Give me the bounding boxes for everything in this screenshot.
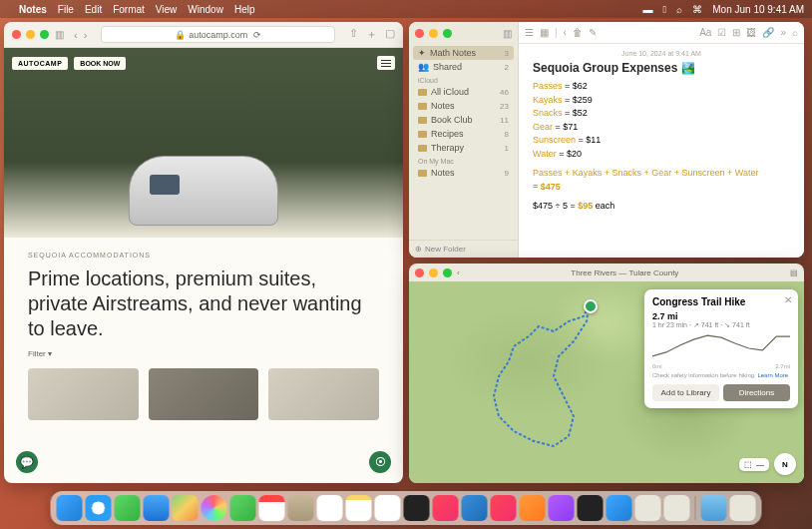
folder-shared[interactable]: 👥 Shared 2 xyxy=(413,60,514,74)
dock-trash[interactable] xyxy=(730,495,756,521)
dock-podcasts[interactable] xyxy=(549,495,575,521)
grid-view-icon[interactable]: ▦ xyxy=(540,27,549,38)
dock-finder[interactable] xyxy=(57,495,83,521)
dock-reminders[interactable] xyxy=(317,495,343,521)
url-bar[interactable]: 🔒 autocamp.com ⟳ xyxy=(101,26,335,43)
zoom-button[interactable] xyxy=(40,30,49,39)
dock-music[interactable] xyxy=(433,495,459,521)
menu-help[interactable]: Help xyxy=(234,4,255,15)
back-icon[interactable]: ‹ xyxy=(457,268,460,277)
menubar: Notes File Edit Format View Window Help … xyxy=(0,0,812,18)
dock-safari[interactable] xyxy=(86,495,112,521)
dock-books[interactable] xyxy=(520,495,546,521)
accommodation-thumb[interactable] xyxy=(149,368,259,420)
dock-messages[interactable] xyxy=(115,495,141,521)
zoom-button[interactable] xyxy=(443,29,452,38)
dock-passwords[interactable] xyxy=(635,495,661,521)
close-icon[interactable]: ✕ xyxy=(784,294,792,305)
dock-maps[interactable] xyxy=(173,495,199,521)
new-tab-icon[interactable]: ＋ xyxy=(366,27,377,42)
back-button[interactable]: ‹ xyxy=(74,29,78,41)
minimize-button[interactable] xyxy=(26,30,35,39)
menu-format[interactable]: Format xyxy=(113,4,145,15)
minimize-button[interactable] xyxy=(429,29,438,38)
app-menu[interactable]: Notes xyxy=(19,4,47,15)
accommodation-thumb[interactable] xyxy=(268,368,379,420)
close-button[interactable] xyxy=(415,29,424,38)
search-icon[interactable]: ⌕ xyxy=(676,4,682,15)
trash-icon[interactable]: 🗑 xyxy=(573,27,583,38)
wifi-icon[interactable]: 􀙇 xyxy=(663,4,667,15)
maps-title: Three Rivers — Tulare County xyxy=(465,268,785,277)
new-folder-button[interactable]: ⊕New Folder xyxy=(409,240,518,258)
link-icon[interactable]: 🔗 xyxy=(762,27,774,38)
map-mode-icon[interactable]: ▤ xyxy=(790,268,798,277)
trailhead-pin[interactable] xyxy=(584,299,598,313)
accessibility-fab[interactable]: ⦿ xyxy=(369,451,391,473)
media-icon[interactable]: 🖼 xyxy=(746,27,756,38)
close-button[interactable] xyxy=(415,268,424,277)
sidebar-toggle-icon[interactable]: ▥ xyxy=(503,28,512,39)
tabs-icon[interactable]: ▢ xyxy=(385,27,395,42)
site-logo[interactable]: AUTOCAMP xyxy=(12,57,68,70)
dock-system-settings[interactable] xyxy=(664,495,690,521)
format-icon[interactable]: Aa xyxy=(699,27,711,38)
sidebar-toggle-icon[interactable]: ▥ xyxy=(55,29,64,40)
share-icon[interactable]: ⇧ xyxy=(349,27,358,42)
menu-file[interactable]: File xyxy=(58,4,74,15)
list-view-icon[interactable]: ☰ xyxy=(525,27,534,38)
dock-calendar[interactable] xyxy=(259,495,285,521)
folder-math-notes[interactable]: ✦ Math Notes 3 xyxy=(413,46,514,60)
more-icon[interactable]: » xyxy=(780,27,786,38)
dock-contacts[interactable] xyxy=(288,495,314,521)
folder-local-notes[interactable]: Notes9 xyxy=(413,166,514,180)
airstream-image xyxy=(129,156,278,226)
chat-fab[interactable]: 💬 xyxy=(16,451,38,473)
menu-window[interactable]: Window xyxy=(188,4,223,15)
filter-link[interactable]: Filter ▾ xyxy=(4,349,403,358)
dock-downloads[interactable] xyxy=(701,495,727,521)
checklist-icon[interactable]: ☑ xyxy=(717,27,726,38)
dock-tv[interactable] xyxy=(404,495,430,521)
clock[interactable]: Mon Jun 10 9:41 AM xyxy=(712,4,804,15)
dock-freeform[interactable] xyxy=(375,495,401,521)
note-body[interactable]: June 10, 2024 at 9:41 AM Sequoia Group E… xyxy=(519,44,804,258)
dock-mail[interactable] xyxy=(144,495,170,521)
battery-icon[interactable]: ▬ xyxy=(643,4,653,15)
compose-icon[interactable]: ✎ xyxy=(589,27,597,38)
folder-recipes[interactable]: Recipes8 xyxy=(413,127,514,141)
map-canvas[interactable]: ✕ Congress Trail Hike 2.7 mi 1 hr 23 min… xyxy=(409,281,804,483)
menu-view[interactable]: View xyxy=(156,4,178,15)
back-icon[interactable]: ‹ xyxy=(564,27,567,38)
map-view-control[interactable]: ⬚— xyxy=(739,458,769,471)
reload-icon[interactable]: ⟳ xyxy=(253,30,261,40)
close-button[interactable] xyxy=(12,30,21,39)
folder-all-icloud[interactable]: All iCloud46 xyxy=(413,85,514,99)
zoom-button[interactable] xyxy=(443,268,452,277)
dock-news[interactable] xyxy=(491,495,517,521)
menu-edit[interactable]: Edit xyxy=(85,4,102,15)
forward-button[interactable]: › xyxy=(84,29,88,41)
minimize-button[interactable] xyxy=(429,268,438,277)
dock-facetime[interactable] xyxy=(230,495,256,521)
folder-notes[interactable]: Notes23 xyxy=(413,99,514,113)
compass-button[interactable]: N xyxy=(774,453,796,475)
add-to-library-button[interactable]: Add to Library xyxy=(652,384,719,401)
dock-app-store[interactable] xyxy=(607,495,632,521)
book-now-button[interactable]: BOOK NOW xyxy=(74,57,126,70)
dock-keynote[interactable] xyxy=(462,495,488,521)
dock-photos[interactable] xyxy=(202,495,227,521)
hamburger-menu-icon[interactable] xyxy=(377,56,395,70)
control-center-icon[interactable]: ⌘ xyxy=(692,4,702,15)
accommodation-thumb[interactable] xyxy=(28,368,139,420)
dock-calculator[interactable] xyxy=(578,495,604,521)
table-icon[interactable]: ⊞ xyxy=(732,27,740,38)
folder-book-club[interactable]: Book Club11 xyxy=(413,113,514,127)
folder-therapy[interactable]: Therapy1 xyxy=(413,141,514,155)
page-headline: Prime locations, premium suites, private… xyxy=(28,266,379,341)
route-distance: 2.7 mi xyxy=(652,311,790,321)
dock-notes[interactable] xyxy=(346,495,372,521)
learn-more-link[interactable]: Learn More xyxy=(757,372,788,378)
directions-button[interactable]: Directions xyxy=(723,384,790,401)
search-icon[interactable]: ⌕ xyxy=(792,27,798,38)
